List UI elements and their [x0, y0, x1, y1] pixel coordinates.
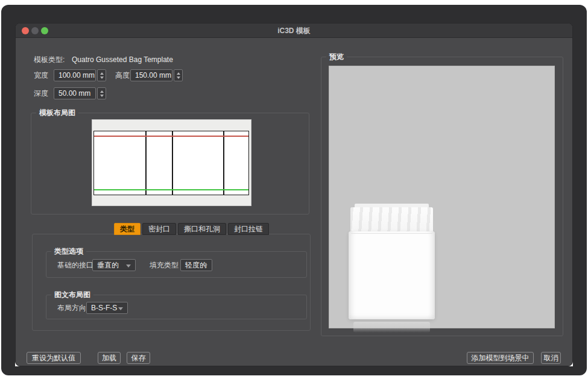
preview-group-title: 预览 — [326, 52, 347, 61]
panel-fold-line — [172, 131, 173, 195]
graphic-layout-group-title: 图文布局图 — [51, 290, 93, 299]
height-label: 高度 — [115, 69, 130, 81]
layout-direction-dropdown-value: B-S-F-S — [91, 304, 117, 312]
tab-tear-and-holes[interactable]: 撕口和孔洞 — [178, 223, 226, 235]
spin-down-icon[interactable] — [100, 95, 104, 97]
bag-seam-line — [351, 233, 432, 234]
width-input[interactable]: 100.00 mm — [54, 69, 96, 81]
template-dialog: iC3D 模板 模板类型: Quatro Gusseted Bag Templa… — [15, 23, 573, 366]
base-seal-dropdown-value: 垂直的 — [97, 261, 119, 269]
template-dieline-rect — [93, 131, 249, 195]
spin-up-icon[interactable] — [100, 72, 104, 75]
layout-direction-dropdown[interactable]: B-S-F-S — [86, 302, 128, 314]
width-label: 宽度 — [34, 69, 48, 81]
type-options-group-title: 类型选项 — [51, 247, 86, 256]
screenshot-stage: iC3D 模板 模板类型: Quatro Gusseted Bag Templa… — [0, 0, 588, 382]
chevron-down-icon — [118, 307, 123, 310]
fill-type-dropdown[interactable]: 轻度的 — [180, 259, 212, 271]
spin-down-icon[interactable] — [177, 77, 180, 79]
bag-body — [349, 231, 435, 319]
panel-fold-line — [223, 131, 224, 195]
preview-3d-viewport[interactable] — [329, 66, 555, 328]
tab-closure-zipper[interactable]: 封口拉链 — [228, 223, 269, 235]
type-options-group: 类型选项 基础的接口 垂直的 填充类型 轻度的 — [46, 251, 307, 278]
template-layout-group-title: 模板布局图 — [36, 108, 78, 117]
dialog-title: iC3D 模板 — [16, 23, 572, 38]
depth-stepper[interactable]: 50.00 mm — [54, 87, 106, 99]
template-type-label: 模板类型: — [34, 54, 65, 66]
template-layout-diagram — [92, 119, 251, 206]
height-spin-buttons[interactable] — [174, 69, 183, 81]
gusseted-bag-model — [349, 204, 435, 331]
spin-down-icon[interactable] — [100, 77, 104, 79]
graphic-layout-group: 图文布局图 布局方向 B-S-F-S — [46, 295, 307, 319]
height-input[interactable]: 150.00 mm — [130, 69, 172, 81]
spin-up-icon[interactable] — [177, 72, 180, 75]
titlebar[interactable]: iC3D 模板 — [16, 23, 572, 38]
fill-type-label: 填充类型 — [150, 259, 179, 271]
reset-defaults-button[interactable]: 重设为默认值 — [27, 352, 81, 364]
spin-up-icon[interactable] — [100, 90, 104, 93]
width-spin-buttons[interactable] — [97, 69, 106, 81]
depth-input[interactable]: 50.00 mm — [54, 87, 96, 99]
add-model-to-scene-button[interactable]: 添加模型到场景中 — [467, 352, 534, 364]
base-seal-dropdown[interactable]: 垂直的 — [92, 259, 136, 271]
width-stepper[interactable]: 100.00 mm — [54, 69, 106, 81]
cancel-button[interactable]: 取消 — [541, 352, 561, 364]
bag-top-seal — [350, 207, 433, 234]
tab-seal[interactable]: 密封口 — [142, 223, 176, 235]
top-seal-line — [94, 136, 248, 137]
depth-spin-buttons[interactable] — [97, 87, 106, 99]
tab-content-panel: 类型选项 基础的接口 垂直的 填充类型 轻度的 图文布局图 布局方向 B-S-F… — [32, 234, 311, 331]
chevron-down-icon — [126, 265, 131, 268]
chevron-down-icon — [203, 265, 207, 268]
panel-fold-line — [145, 131, 147, 195]
save-button[interactable]: 保存 — [127, 352, 150, 364]
height-stepper[interactable]: 150.00 mm — [130, 69, 183, 81]
depth-label: 深度 — [34, 87, 48, 99]
bottom-seal-line — [94, 189, 248, 190]
layout-direction-label: 布局方向 — [57, 302, 86, 314]
template-type-value: Quatro Gusseted Bag Template — [72, 54, 173, 66]
base-seal-label: 基础的接口 — [57, 259, 93, 271]
load-button[interactable]: 加载 — [98, 352, 121, 364]
tab-bar: 类型 密封口 撕口和孔洞 封口拉链 — [114, 223, 269, 235]
preview-group: 预览 — [321, 57, 563, 336]
tab-type[interactable]: 类型 — [114, 223, 141, 235]
template-layout-group: 模板布局图 — [31, 113, 309, 214]
bag-reflection — [353, 322, 430, 333]
